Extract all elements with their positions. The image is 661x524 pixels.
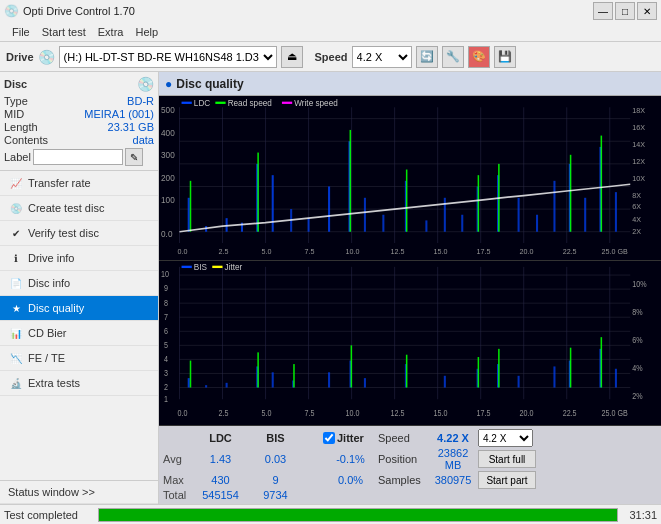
svg-text:20.0: 20.0 <box>520 408 534 418</box>
svg-text:12.5: 12.5 <box>391 408 405 418</box>
max-ldc: 430 <box>193 471 248 489</box>
svg-text:2%: 2% <box>632 392 642 402</box>
close-button[interactable]: ✕ <box>637 2 657 20</box>
svg-rect-159 <box>212 266 222 268</box>
nav-verify-test-disc[interactable]: ✔ Verify test disc <box>0 221 158 246</box>
maximize-button[interactable]: □ <box>615 2 635 20</box>
svg-rect-81 <box>282 102 292 104</box>
total-ldc: 545154 <box>193 489 248 501</box>
chart1-container: 500 400 300 200 100 0.0 18X 16X 14X 12X … <box>159 96 661 261</box>
menu-file[interactable]: File <box>6 25 36 39</box>
ldc-header: LDC <box>193 429 248 447</box>
svg-text:25.0 GB: 25.0 GB <box>602 408 628 418</box>
nav-transfer-rate[interactable]: 📈 Transfer rate <box>0 171 158 196</box>
label-label: Label <box>4 151 31 163</box>
svg-rect-45 <box>350 130 352 232</box>
speed-select-cell: 4.2 X <box>478 429 538 447</box>
svg-text:10X: 10X <box>632 173 645 182</box>
left-bottom: Status window >> <box>0 480 158 504</box>
svg-rect-0 <box>159 96 661 260</box>
refresh-button[interactable]: 🔄 <box>416 46 438 68</box>
avg-bis: 0.03 <box>248 447 303 471</box>
speed-selector[interactable]: 4.2 X <box>352 46 412 68</box>
svg-text:9: 9 <box>164 284 168 294</box>
svg-text:15.0: 15.0 <box>434 408 448 418</box>
jitter-checkbox[interactable] <box>323 432 335 444</box>
max-bis: 9 <box>248 471 303 489</box>
disc-quality-title: Disc quality <box>176 77 243 91</box>
charts-area: 500 400 300 200 100 0.0 18X 16X 14X 12X … <box>159 96 661 426</box>
stats-header-row: LDC BIS Jitter Speed 4.22 X <box>163 429 538 447</box>
position-value: 23862 MB <box>428 447 478 471</box>
chart1-svg: 500 400 300 200 100 0.0 18X 16X 14X 12X … <box>159 96 661 260</box>
color-button[interactable]: 🎨 <box>468 46 490 68</box>
jitter-label: Jitter <box>337 432 364 444</box>
svg-rect-129 <box>570 348 572 388</box>
nav-disc-info[interactable]: 📄 Disc info <box>0 271 158 296</box>
svg-rect-106 <box>226 383 228 388</box>
empty1 <box>303 447 323 471</box>
empty4 <box>323 489 378 501</box>
menu-help[interactable]: Help <box>129 25 164 39</box>
svg-rect-110 <box>328 372 330 387</box>
minimize-button[interactable]: — <box>593 2 613 20</box>
cd-bier-icon: 📊 <box>8 326 24 340</box>
svg-text:Write speed: Write speed <box>294 98 338 108</box>
disc-title: Disc <box>4 78 27 90</box>
svg-text:7.5: 7.5 <box>304 247 314 256</box>
svg-text:200: 200 <box>161 172 175 182</box>
samples-label: Samples <box>378 471 428 489</box>
disc-contents-row: Contents data <box>4 134 154 146</box>
app-icon: 💿 <box>4 4 19 18</box>
label-edit-button[interactable]: ✎ <box>125 148 143 166</box>
disc-label-row: Label ✎ <box>4 148 154 166</box>
nav-drive-info[interactable]: ℹ Drive info <box>0 246 158 271</box>
title-bar: 💿 Opti Drive Control 1.70 — □ ✕ <box>0 0 661 22</box>
nav-status-window[interactable]: Status window >> <box>0 481 158 504</box>
settings-button[interactable]: 🔧 <box>442 46 464 68</box>
nav-extra-tests-label: Extra tests <box>28 377 80 389</box>
svg-text:8%: 8% <box>632 307 642 317</box>
menu-starttest[interactable]: Start test <box>36 25 92 39</box>
svg-rect-28 <box>364 198 366 232</box>
svg-text:300: 300 <box>161 150 175 160</box>
eject-button[interactable]: ⏏ <box>281 46 303 68</box>
disc-label-input[interactable] <box>33 149 123 165</box>
svg-text:0.0: 0.0 <box>177 247 187 256</box>
disc-quality-header-icon: ● <box>165 77 172 91</box>
nav-disc-quality[interactable]: ★ Disc quality <box>0 296 158 321</box>
start-full-button[interactable]: Start full <box>478 450 536 468</box>
svg-rect-124 <box>293 364 295 387</box>
nav-create-test-disc-label: Create test disc <box>28 202 104 214</box>
chart2-svg: 10 9 8 7 6 5 4 3 2 1 10% 8% 6% <box>159 261 661 425</box>
svg-rect-83 <box>159 261 661 425</box>
menu-extra[interactable]: Extra <box>92 25 130 39</box>
nav-fe-te[interactable]: 📉 FE / TE <box>0 346 158 371</box>
nav-menu: 📈 Transfer rate 💿 Create test disc ✔ Ver… <box>0 171 158 396</box>
svg-text:10: 10 <box>161 270 169 280</box>
svg-text:4%: 4% <box>632 364 642 374</box>
drive-info-icon: ℹ <box>8 251 24 265</box>
progress-area: Test completed 31:31 <box>0 504 661 524</box>
svg-rect-46 <box>406 170 408 232</box>
speed-stat-selector[interactable]: 4.2 X <box>478 429 533 447</box>
svg-text:Read speed: Read speed <box>228 98 272 108</box>
nav-cd-bier[interactable]: 📊 CD Bier <box>0 321 158 346</box>
drive-selector[interactable]: (H:) HL-DT-ST BD-RE WH16NS48 1.D3 <box>59 46 277 68</box>
svg-text:6X: 6X <box>632 202 641 211</box>
nav-extra-tests[interactable]: 🔬 Extra tests <box>0 371 158 396</box>
svg-rect-42 <box>615 192 617 232</box>
chart2-container: 10 9 8 7 6 5 4 3 2 1 10% 8% 6% <box>159 261 661 426</box>
position-label: Position <box>378 447 428 471</box>
main-content: Disc 💿 Type BD-R MID MEIRA1 (001) Length… <box>0 72 661 504</box>
save-button[interactable]: 💾 <box>494 46 516 68</box>
type-label: Type <box>4 95 28 107</box>
start-part-button[interactable]: Start part <box>478 471 536 489</box>
nav-create-test-disc[interactable]: 💿 Create test disc <box>0 196 158 221</box>
svg-text:2X: 2X <box>632 227 641 236</box>
bis-header: BIS <box>248 429 303 447</box>
svg-text:8X: 8X <box>632 190 641 199</box>
svg-text:22.5: 22.5 <box>563 247 577 256</box>
speed-stat-value: 4.22 X <box>428 429 478 447</box>
svg-text:0.0: 0.0 <box>177 408 187 418</box>
